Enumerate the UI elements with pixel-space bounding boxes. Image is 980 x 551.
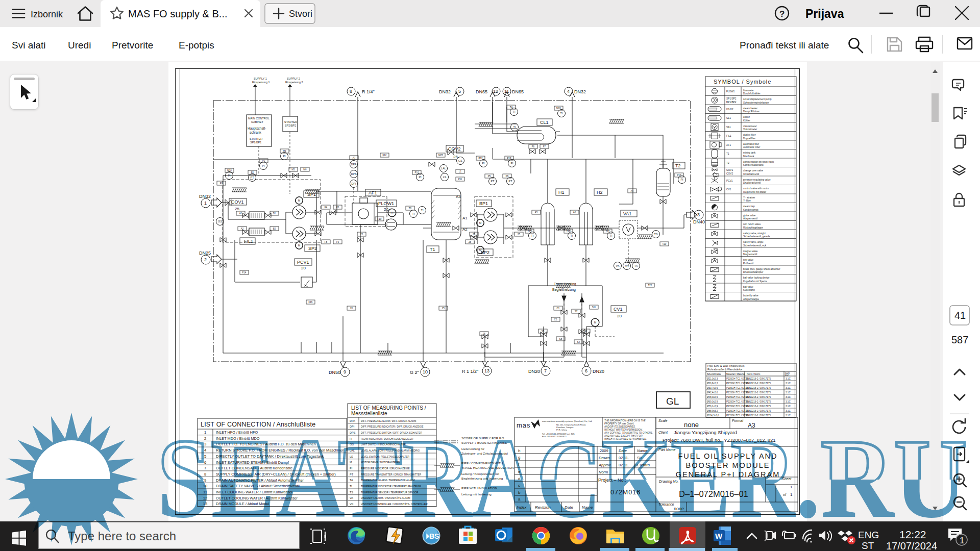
- svg-text:OUTLET COOLING WATER / Austrit: OUTLET COOLING WATER / Austritt Kühlwass…: [216, 496, 298, 500]
- svg-text:TI: TI: [560, 112, 563, 115]
- svg-text:PT: PT: [491, 180, 495, 183]
- svg-text:Pipe Size & Wall Thicknesses: Pipe Size & Wall Thicknesses: [707, 364, 745, 367]
- svg-text:Izbornik: Izbornik: [31, 9, 63, 19]
- svg-text:M: M: [298, 199, 301, 202]
- svg-text:DRAIN AUTOMATIC FILTER / Ablau: DRAIN AUTOMATIC FILTER / Ablauf Automati…: [216, 478, 304, 483]
- svg-text:CV1: CV1: [726, 188, 731, 191]
- svg-text:TI: TI: [350, 485, 352, 488]
- svg-text:F12: F12: [383, 154, 387, 157]
- svg-text:T2: T2: [726, 162, 729, 164]
- svg-text:Client: Client: [658, 431, 668, 434]
- svg-text:T22: T22: [648, 284, 652, 287]
- svg-text:ANY COPYING, TRANSMITTAL TO OT: ANY COPYING, TRANSMITTAL TO OTHERS,: [604, 432, 653, 434]
- svg-text:3.1C: 3.1C: [786, 387, 791, 389]
- svg-text:11: 11: [504, 89, 509, 94]
- svg-text:H1/H2: H1/H2: [726, 108, 733, 111]
- svg-text:LIST OF CONNECTION / Anschlußl: LIST OF CONNECTION / Anschlußliste: [201, 421, 315, 428]
- svg-text:Sicherheitsventil, eck: Sicherheitsventil, eck: [743, 244, 767, 247]
- svg-text:PCV1: PCV1: [726, 180, 733, 182]
- svg-text:VISCOSITY-ALARM / VISKOSITÄTS-: VISCOSITY-ALARM / VISKOSITÄTS-ALARM: [361, 496, 410, 499]
- svg-text:TI: TI: [531, 234, 534, 237]
- svg-text:M3: M3: [283, 150, 286, 153]
- svg-text:Ø26,9x2,3: Ø26,9x2,3: [707, 382, 718, 385]
- svg-text:compensation pressure tank: compensation pressure tank: [743, 161, 774, 163]
- svg-text:A1: A1: [462, 216, 468, 220]
- svg-text:S7: S7: [575, 310, 578, 313]
- svg-text:STARTER: STARTER: [284, 120, 297, 123]
- svg-text:SP1: SP1: [307, 192, 316, 197]
- svg-text:CABINET: CABINET: [251, 120, 263, 123]
- svg-text:20: 20: [301, 266, 306, 270]
- svg-text:PT: PT: [350, 473, 354, 476]
- svg-text:test valve: test valve: [743, 259, 754, 261]
- svg-text:Magnetventil: Magnetventil: [743, 253, 757, 256]
- svg-text:M10: M10: [227, 169, 232, 172]
- svg-text:7: 7: [204, 466, 206, 470]
- svg-text:DN20: DN20: [593, 369, 604, 374]
- svg-text:SUPPLY 2: SUPPLY 2: [287, 77, 300, 80]
- svg-text:T1: T1: [726, 153, 729, 155]
- svg-text:WHICH IT IS LOANED IS PROHIBIT: WHICH IT IS LOANED IS PROHIBITED.: [604, 438, 647, 440]
- svg-text:Automatik Filter: Automatik Filter: [743, 146, 761, 148]
- svg-text:6: 6: [585, 368, 587, 373]
- svg-text:1: 1: [790, 485, 793, 489]
- svg-text:brass pres. gauge shock absorb: brass pres. gauge shock absorber: [743, 268, 780, 270]
- svg-text:B2: B2: [273, 228, 276, 230]
- svg-text:Jiangsu Yangzijiang Shipyard: Jiangsu Yangzijiang Shipyard: [674, 430, 737, 435]
- svg-text:3: 3: [697, 212, 700, 217]
- svg-text:OUTLET F.O. TO ENGINES / Austr: OUTLET F.O. TO ENGINES / Austritt F.O. z…: [216, 442, 316, 446]
- svg-text:FI: FI: [350, 437, 352, 440]
- svg-text:TI: TI: [412, 212, 415, 215]
- svg-text:A2: A2: [462, 227, 468, 232]
- svg-text:AF1: AF1: [726, 144, 731, 146]
- svg-text:Ø33,7x2,6: Ø33,7x2,6: [707, 387, 718, 389]
- svg-text:Lieferumfang für: Lieferumfang für: [461, 447, 484, 450]
- svg-text:INLET MDO / Eintritt MDO: INLET MDO / Eintritt MDO: [216, 436, 260, 441]
- svg-text:13: 13: [203, 502, 207, 506]
- svg-text:2009: 2009: [600, 448, 608, 453]
- svg-text:02.11.: 02.11.: [619, 463, 629, 467]
- svg-text:F6: F6: [532, 145, 535, 148]
- svg-text:safety valve, angle: safety valve, angle: [743, 241, 764, 243]
- svg-text:b: b: [518, 490, 521, 495]
- svg-text:T4: T4: [510, 106, 513, 109]
- svg-text:DN32: DN32: [199, 194, 211, 199]
- svg-text:LS: LS: [350, 455, 353, 458]
- svg-text:C1: C1: [557, 307, 560, 310]
- svg-text:steam trap: steam trap: [743, 205, 755, 208]
- svg-text:g: g: [518, 455, 520, 460]
- svg-text:Kondensomat: Kondensomat: [743, 209, 758, 211]
- svg-text:3.1C: 3.1C: [786, 391, 791, 394]
- svg-text:3.1C: 3.1C: [786, 396, 791, 398]
- svg-text:Trace Heating: Trace Heating: [554, 282, 576, 286]
- svg-text:3.1C: 3.1C: [786, 414, 791, 417]
- svg-text:F16: F16: [309, 301, 313, 304]
- svg-text:P. R. China: P. R. China: [556, 429, 568, 431]
- svg-text:3.1C: 3.1C: [786, 378, 791, 380]
- svg-text:COV1: COV1: [231, 199, 244, 205]
- svg-text:INLET COOLING WATER / Eintritt: INLET COOLING WATER / Eintritt Kühlwasse…: [216, 490, 293, 494]
- svg-text:PI: PI: [419, 176, 421, 179]
- svg-text:P1: P1: [251, 171, 254, 174]
- svg-text:DN65: DN65: [476, 89, 487, 94]
- svg-text:Viskosimeter: Viskosimeter: [743, 128, 757, 131]
- svg-text:GS: GS: [350, 443, 354, 446]
- svg-text:8: 8: [350, 89, 352, 94]
- svg-text:Einspeisung 1: Einspeisung 1: [252, 81, 270, 84]
- svg-text:P17: P17: [677, 174, 681, 177]
- svg-text:M: M: [479, 248, 482, 252]
- svg-text:BOOSTER MODULE: BOOSTER MODULE: [686, 461, 770, 469]
- svg-text:Date: Date: [565, 505, 573, 510]
- svg-text:LEVEL SWITCH / FÜLLSTANDSSCHAL: LEVEL SWITCH / FÜLLSTANDSSCHALTER: [361, 455, 410, 458]
- svg-text:20: 20: [350, 307, 353, 310]
- svg-text:TI: TI: [421, 209, 424, 212]
- svg-text:Prijava: Prijava: [805, 7, 844, 20]
- svg-text:Begleitheizung und Isolierung: Begleitheizung und Isolierung: [461, 477, 503, 480]
- svg-text:MAIN CONTROL: MAIN CONTROL: [248, 117, 270, 120]
- svg-text:CV1: CV1: [614, 307, 623, 312]
- svg-text:SP1/BP1: SP1/BP1: [250, 141, 261, 144]
- svg-text:T20: T20: [663, 243, 667, 245]
- svg-text:LIST OF MEASURING POINTS /: LIST OF MEASURING POINTS /: [351, 405, 426, 411]
- svg-text:A5: A5: [535, 211, 538, 214]
- svg-text:B1: B1: [273, 212, 276, 215]
